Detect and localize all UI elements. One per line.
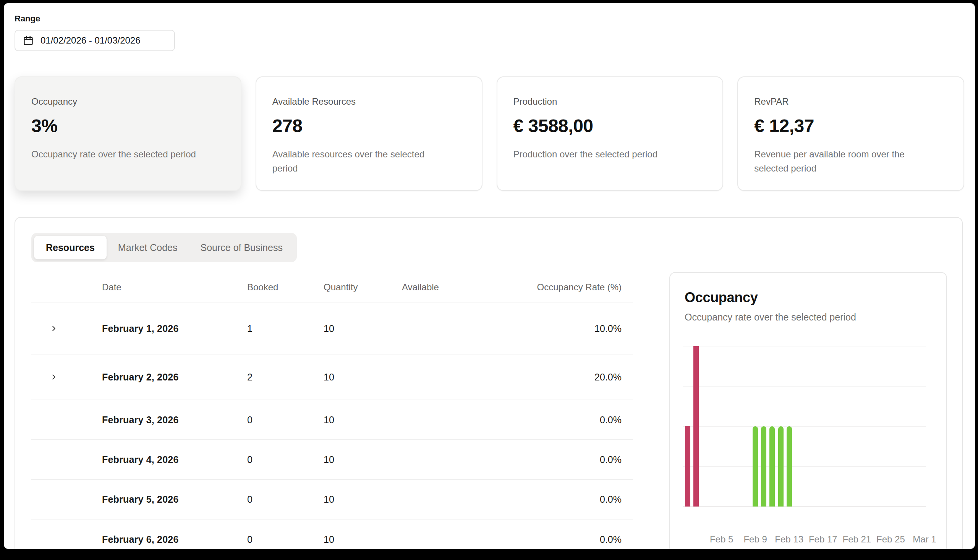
- table-row: February 5, 20260100.0%: [31, 480, 633, 520]
- chart-subtitle: Occupancy rate over the selected period: [685, 312, 933, 323]
- cell-occupancy-rate: 0.0%: [521, 454, 633, 465]
- kpi-label: RevPAR: [754, 96, 948, 107]
- cell-date: February 5, 2026: [102, 494, 247, 505]
- table-row: February 3, 20260100.0%: [31, 400, 633, 440]
- cell-occupancy-rate: 10.0%: [521, 323, 633, 334]
- header-quantity: Quantity: [323, 282, 402, 293]
- cell-quantity: 10: [323, 372, 402, 383]
- chart-bar-feb-12: [778, 426, 783, 507]
- kpi-description: Occupancy rate over the selected period: [31, 147, 207, 161]
- expand-row-button[interactable]: [47, 322, 61, 335]
- kpi-description: Production over the selected period: [513, 147, 689, 161]
- kpi-value: € 3588,00: [513, 115, 707, 137]
- chart-bar-feb-13: [786, 426, 792, 507]
- kpi-description: Available resources over the selected pe…: [272, 147, 448, 175]
- chart-gridline: [683, 426, 926, 427]
- calendar-icon: [23, 35, 33, 46]
- chart-bar-feb-11: [770, 426, 775, 507]
- kpi-label: Production: [513, 96, 707, 107]
- header-date: Date: [102, 282, 247, 293]
- cell-date: February 2, 2026: [102, 372, 247, 383]
- cell-quantity: 10: [323, 494, 402, 505]
- header-available: Available: [402, 282, 521, 293]
- cell-expand: [31, 322, 102, 335]
- chart-gridline: [683, 506, 926, 507]
- cell-quantity: 10: [323, 534, 402, 545]
- kpi-label: Occupancy: [31, 96, 225, 107]
- kpi-card-revpar[interactable]: RevPAR € 12,37 Revenue per available roo…: [737, 77, 964, 191]
- chart-title: Occupancy: [685, 290, 933, 306]
- table-row: February 1, 202611010.0%: [31, 303, 633, 355]
- table-row: February 4, 20260100.0%: [31, 440, 633, 480]
- chart-gridline: [683, 346, 926, 347]
- cell-occupancy-rate: 0.0%: [521, 534, 633, 545]
- range-label: Range: [15, 14, 40, 24]
- tab-market-codes[interactable]: Market Codes: [107, 236, 189, 259]
- screen-frame: { "range": { "label": "Range", "value": …: [0, 0, 978, 560]
- kpi-card-production[interactable]: Production € 3588,00 Production over the…: [496, 77, 723, 191]
- cell-booked: 2: [247, 372, 323, 383]
- table-body: February 1, 202611010.0%February 2, 2026…: [31, 303, 633, 549]
- cell-occupancy-rate: 0.0%: [521, 415, 633, 425]
- chart-plot-area: Feb 5Feb 9Feb 13Feb 17Feb 21Feb 25Mar 1: [683, 346, 926, 507]
- chevron-right-icon: [50, 324, 58, 333]
- cell-date: February 6, 2026: [102, 534, 247, 545]
- cell-booked: 0: [247, 534, 323, 545]
- dashboard-page: Range 01/02/2026 - 01/03/2026 Occupancy …: [4, 3, 975, 549]
- chart-gridline: [683, 386, 926, 387]
- x-axis-label: Mar 1: [903, 534, 946, 545]
- header-occupancy-rate: Occupancy Rate (%): [521, 282, 633, 293]
- cell-booked: 1: [247, 323, 323, 334]
- kpi-value: 278: [272, 115, 466, 137]
- kpi-description: Revenue per available room over the sele…: [754, 147, 930, 175]
- chart-bar-feb-2: [693, 346, 699, 507]
- cell-quantity: 10: [323, 454, 402, 465]
- kpi-card-available-resources[interactable]: Available Resources 278 Available resour…: [256, 77, 483, 191]
- occupancy-chart-card: Occupancy Occupancy rate over the select…: [669, 272, 947, 549]
- kpi-card-occupancy[interactable]: Occupancy 3% Occupancy rate over the sel…: [15, 77, 242, 191]
- chart-bar-feb-1: [685, 426, 690, 507]
- tab-resources[interactable]: Resources: [34, 236, 107, 259]
- chevron-right-icon: [50, 373, 58, 381]
- kpi-label: Available Resources: [272, 96, 466, 107]
- tab-bar: Resources Market Codes Source of Busines…: [31, 233, 297, 262]
- kpi-value: € 12,37: [754, 115, 948, 137]
- header-booked: Booked: [247, 282, 323, 293]
- cell-date: February 1, 2026: [102, 323, 247, 334]
- cell-date: February 3, 2026: [102, 415, 247, 425]
- date-range-button[interactable]: 01/02/2026 - 01/03/2026: [15, 30, 175, 51]
- date-range-value: 01/02/2026 - 01/03/2026: [40, 35, 141, 46]
- table-row: February 2, 202621020.0%: [31, 355, 633, 400]
- cell-booked: 0: [247, 415, 323, 425]
- chart-bar-feb-10: [761, 426, 766, 507]
- table-row: February 6, 20260100.0%: [31, 520, 633, 549]
- details-panel: Resources Market Codes Source of Busines…: [15, 217, 963, 549]
- kpi-value: 3%: [31, 115, 225, 137]
- cell-expand: [31, 370, 102, 384]
- cell-booked: 0: [247, 494, 323, 505]
- cell-quantity: 10: [323, 323, 402, 334]
- resources-table: Date Booked Quantity Available Occupancy…: [31, 272, 633, 549]
- kpi-cards-row: Occupancy 3% Occupancy rate over the sel…: [15, 77, 964, 191]
- cell-date: February 4, 2026: [102, 454, 247, 465]
- cell-quantity: 10: [323, 415, 402, 425]
- chart-bar-feb-9: [753, 426, 758, 507]
- chart-gridline: [683, 466, 926, 467]
- table-header-row: Date Booked Quantity Available Occupancy…: [31, 272, 633, 303]
- cell-occupancy-rate: 20.0%: [521, 372, 633, 383]
- expand-row-button[interactable]: [47, 370, 61, 384]
- cell-occupancy-rate: 0.0%: [521, 494, 633, 505]
- tab-source-of-business[interactable]: Source of Business: [189, 236, 294, 259]
- cell-booked: 0: [247, 454, 323, 465]
